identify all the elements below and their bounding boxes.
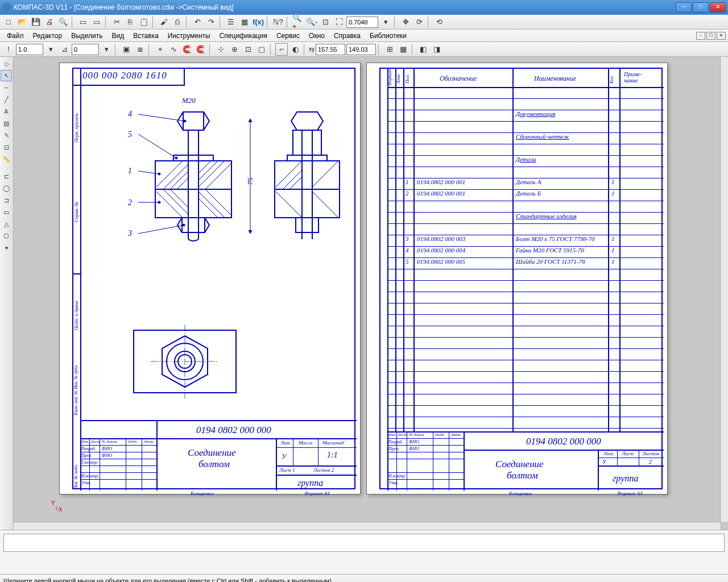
tb1-nkontr: Н.контр.: [81, 473, 99, 479]
side-sprav: Справ. №: [73, 202, 79, 222]
copy-icon[interactable]: ⎘: [124, 16, 136, 28]
lt-line-icon[interactable]: ╱: [1, 94, 12, 105]
spec-oboz: 0194.0802 000 003: [417, 235, 465, 242]
lt-cursor-icon[interactable]: ↖: [1, 70, 12, 81]
menu-file[interactable]: Файл: [2, 31, 28, 41]
step-icon[interactable]: ⊿: [58, 43, 71, 56]
maximize-button[interactable]: □: [693, 2, 709, 13]
sk2-icon[interactable]: ⊕: [228, 43, 241, 56]
preview-icon[interactable]: 🔍: [57, 16, 69, 28]
tb1-fmt: Формат А4: [304, 490, 330, 496]
save-icon[interactable]: 💾: [30, 16, 42, 28]
manager-icon[interactable]: ▦: [238, 16, 251, 28]
lt-t3-icon[interactable]: ⊐: [1, 194, 12, 206]
sk3-icon[interactable]: ⊡: [242, 43, 254, 56]
scrollbar-horizontal[interactable]: [14, 522, 720, 530]
lt-t2-icon[interactable]: ◯: [1, 182, 12, 194]
menu-tools[interactable]: Инструменты: [163, 31, 215, 41]
layers-icon[interactable]: ≣: [134, 43, 146, 56]
refresh-icon[interactable]: ⟲: [433, 16, 445, 28]
lt-t7-icon[interactable]: ✦: [1, 242, 12, 253]
open-icon[interactable]: 📂: [16, 16, 28, 28]
paste-icon[interactable]: 📋: [138, 16, 150, 28]
menu-insert[interactable]: Вставка: [129, 31, 163, 41]
snap4-icon[interactable]: 🧲: [195, 43, 207, 56]
lt-text-icon[interactable]: A: [1, 106, 12, 117]
snap3-icon[interactable]: 🧲: [181, 43, 193, 56]
tb1-utv: Утв.: [81, 480, 91, 485]
menu-window[interactable]: Окно: [304, 31, 329, 41]
menu-editor[interactable]: Редактор: [28, 31, 67, 41]
lt-t5-icon[interactable]: △: [1, 218, 12, 230]
coord-y[interactable]: [346, 44, 376, 55]
grid1-icon[interactable]: ⊞: [383, 43, 396, 56]
zoom-fit-icon[interactable]: ⛶: [333, 16, 345, 28]
lt-meas-icon[interactable]: 📏: [1, 153, 12, 165]
round-icon[interactable]: ◐: [289, 43, 301, 56]
help-icon[interactable]: ℕ?: [272, 16, 284, 28]
zoom-out-icon[interactable]: 🔍-: [305, 16, 318, 28]
menu-spec[interactable]: Спецификация: [215, 31, 272, 41]
lt-t4-icon[interactable]: ▭: [1, 206, 12, 218]
coord-x[interactable]: [316, 44, 345, 55]
doc2-icon[interactable]: ▭: [90, 16, 103, 28]
lt-geom-icon[interactable]: ◇: [1, 58, 12, 69]
zoom-win-icon[interactable]: ⊡: [319, 16, 332, 28]
mdi-minimize[interactable]: -: [696, 32, 705, 40]
side-inv-podl: Инв. № подл.: [73, 464, 78, 489]
spec-kol: 1: [611, 258, 615, 265]
cut-icon[interactable]: ✂: [110, 16, 123, 28]
lt-hatch-icon[interactable]: ▨: [1, 118, 12, 129]
rotate-icon[interactable]: ⟳: [413, 16, 425, 28]
minimize-button[interactable]: ─: [676, 2, 692, 13]
property-text[interactable]: [3, 534, 725, 552]
pan-icon[interactable]: ✥: [399, 16, 412, 28]
mdi-restore[interactable]: □: [706, 32, 715, 40]
snap2-icon[interactable]: ∿: [167, 43, 180, 56]
lt-edit-icon[interactable]: ✎: [1, 130, 12, 141]
zoom-dropdown-icon[interactable]: ▾: [379, 16, 392, 28]
misc2-icon[interactable]: ◨: [431, 43, 443, 56]
menu-help[interactable]: Справка: [329, 31, 365, 41]
grid2-icon[interactable]: ▦: [397, 43, 410, 56]
svg-point-41: [158, 201, 160, 203]
mdi-close[interactable]: ×: [717, 32, 726, 40]
scale1-input[interactable]: [16, 44, 43, 55]
svg-line-36: [138, 134, 176, 158]
new-icon[interactable]: □: [2, 16, 15, 28]
props-icon[interactable]: ⎙: [171, 16, 184, 28]
scale2-input[interactable]: [72, 44, 99, 55]
lt-t6-icon[interactable]: ⬡: [1, 230, 12, 242]
format-icon[interactable]: 🖌: [158, 16, 170, 28]
close-button[interactable]: ✕: [710, 2, 726, 13]
menu-libs[interactable]: Библиотеки: [365, 31, 411, 41]
scrollbar-vertical[interactable]: [720, 57, 728, 522]
menu-service[interactable]: Сервис: [272, 31, 304, 41]
print-icon[interactable]: 🖨: [43, 16, 56, 28]
misc1-icon[interactable]: ◧: [417, 43, 429, 56]
spec-oboz: 0194.0802 000 005: [417, 258, 465, 265]
stop-icon[interactable]: !: [2, 43, 15, 56]
canvas-area[interactable]: 000 000 2080 1610 Перв. примен. Справ. №…: [14, 57, 728, 530]
spec-kol: 1: [611, 190, 615, 197]
zoom-in-icon[interactable]: 🔍+: [292, 16, 304, 28]
ortho-icon[interactable]: ⌐: [275, 43, 288, 56]
scale2-dd[interactable]: ▾: [100, 43, 113, 56]
menu-select[interactable]: Выделить: [67, 31, 107, 41]
tree-icon[interactable]: ☰: [225, 16, 237, 28]
lt-t1-icon[interactable]: ⊏: [1, 171, 12, 182]
dim-m20: М20: [182, 96, 196, 105]
redo-icon[interactable]: ↷: [205, 16, 217, 28]
vars-icon[interactable]: f(x): [252, 16, 264, 28]
lt-dim-icon[interactable]: ↔: [1, 82, 12, 93]
scale1-dd[interactable]: ▾: [44, 43, 57, 56]
zoom-input[interactable]: [346, 16, 378, 28]
doc1-icon[interactable]: ▭: [77, 16, 89, 28]
sk4-icon[interactable]: ▢: [255, 43, 268, 56]
lt-param-icon[interactable]: ⊡: [1, 142, 12, 153]
sk1-icon[interactable]: ⊹: [214, 43, 227, 56]
undo-icon[interactable]: ↶: [191, 16, 204, 28]
state-icon[interactable]: ▣: [120, 43, 133, 56]
snap1-icon[interactable]: ⌖: [154, 43, 166, 56]
menu-view[interactable]: Вид: [107, 31, 129, 41]
